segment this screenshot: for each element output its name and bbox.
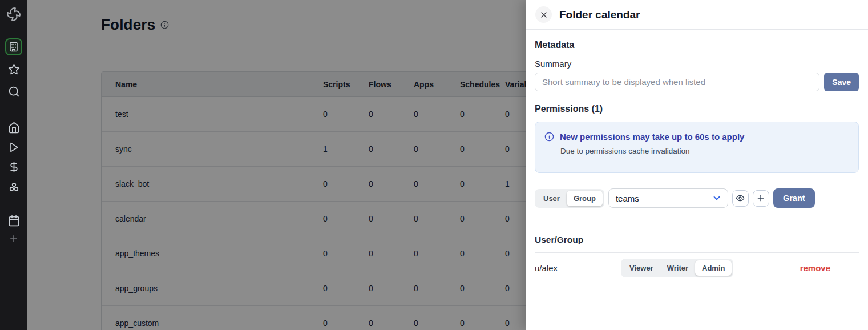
alert-title: New permissions may take up to 60s to ap… (560, 132, 744, 142)
save-button[interactable]: Save (824, 73, 859, 91)
sidebar-item-runs[interactable] (8, 142, 19, 153)
sidebar-item-resources[interactable] (8, 181, 20, 193)
grant-button[interactable]: Grant (773, 188, 815, 208)
preview-button[interactable] (732, 190, 749, 207)
chevron-down-icon (712, 193, 722, 203)
user-group-heading: User/Group (535, 235, 859, 245)
sidebar-nav (0, 29, 27, 244)
plus-icon (756, 194, 765, 203)
sidebar-item-favorites[interactable] (8, 63, 20, 75)
remove-link[interactable]: remove (800, 263, 830, 273)
role-option-admin[interactable]: Admin (695, 260, 732, 276)
permissions-alert: New permissions may take up to 60s to ap… (535, 122, 859, 173)
toggle-option-group[interactable]: Group (567, 191, 603, 206)
permission-user-name: u/alex (535, 263, 621, 273)
building-icon (9, 42, 19, 52)
calendar-icon (8, 215, 20, 227)
sidebar-item-search[interactable] (8, 86, 20, 98)
windmill-logo[interactable] (0, 0, 27, 29)
play-icon (8, 142, 19, 153)
add-button[interactable] (753, 190, 769, 207)
eye-icon (736, 194, 745, 203)
info-icon (544, 132, 554, 142)
summary-input[interactable] (535, 73, 819, 91)
metadata-heading: Metadata (535, 40, 859, 50)
toggle-option-user[interactable]: User (536, 191, 567, 206)
close-button[interactable] (535, 6, 552, 23)
user-group-toggle: User Group (535, 189, 604, 208)
plus-icon (9, 234, 19, 244)
home-icon (8, 122, 20, 134)
sidebar-item-variables[interactable] (8, 161, 20, 173)
sidebar-item-home[interactable] (8, 122, 20, 134)
sidebar-item-schedules[interactable] (8, 215, 20, 227)
resources-icon (8, 181, 20, 193)
permission-row: u/alex Viewer Writer Admin remove (535, 253, 859, 277)
sidebar-divider (0, 110, 27, 110)
sidebar-item-create[interactable] (9, 234, 19, 244)
grant-row: User Group teams Grant (535, 188, 859, 208)
group-select-value: teams (616, 194, 639, 203)
alert-subtitle: Due to permissions cache invalidation (560, 147, 849, 155)
role-option-writer[interactable]: Writer (660, 260, 695, 276)
summary-label: Summary (535, 59, 859, 69)
windmill-logo-icon (6, 7, 21, 22)
folder-drawer: Folder calendar Metadata Summary Save Pe… (526, 0, 868, 330)
role-option-viewer[interactable]: Viewer (623, 260, 660, 276)
sidebar-item-folders[interactable] (5, 38, 22, 55)
drawer-header: Folder calendar (526, 0, 868, 30)
star-icon (8, 63, 20, 75)
permissions-heading: Permissions (1) (535, 104, 859, 114)
search-icon (8, 86, 20, 98)
close-icon (539, 10, 548, 19)
drawer-title: Folder calendar (559, 9, 640, 21)
role-toggle: Viewer Writer Admin (621, 259, 733, 277)
group-select[interactable]: teams (608, 188, 728, 208)
sidebar (0, 0, 27, 330)
dollar-icon (8, 161, 20, 173)
